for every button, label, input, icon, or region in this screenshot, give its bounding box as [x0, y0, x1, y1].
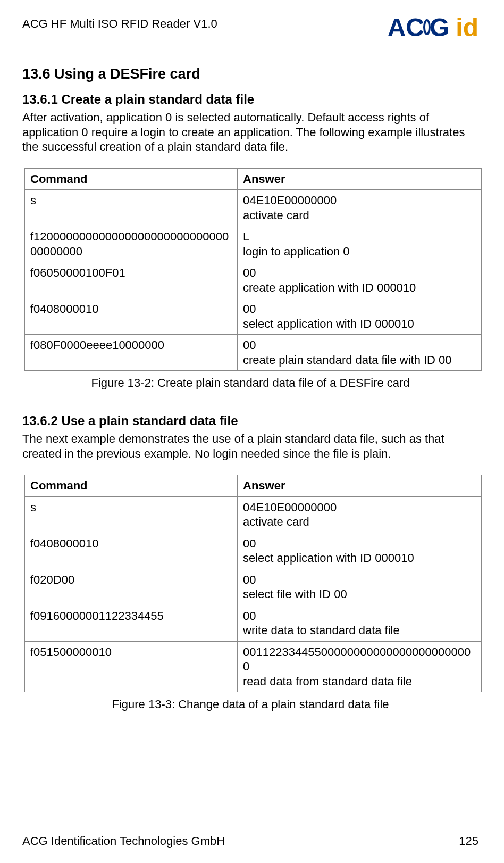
cell-command: s [25, 496, 238, 533]
cell-answer: 00create application with ID 000010 [238, 262, 482, 298]
cell-command: f0408000010 [25, 298, 238, 335]
subsection-2-paragraph: The next example demonstrates the use of… [22, 432, 478, 461]
cell-answer: 00write data to standard data file [238, 605, 482, 641]
table-row: f040800001000select application with ID … [25, 533, 482, 569]
logo-text-acg: ACG [388, 15, 450, 40]
footer-company: ACG Identification Technologies GmbH [22, 834, 225, 848]
cell-command: f020D00 [25, 569, 238, 605]
table-header-command: Command [25, 475, 238, 497]
cell-command: s [25, 190, 238, 226]
cell-answer: 00create plain standard data file with I… [238, 335, 482, 371]
footer-page-number: 125 [459, 834, 478, 848]
subsection-1-heading: 13.6.1 Create a plain standard data file [22, 92, 478, 107]
table-header-row: Command Answer [25, 168, 482, 190]
cell-command: f080F0000eeee10000000 [25, 335, 238, 371]
table-row: f020D0000select file with ID 00 [25, 569, 482, 605]
figure-caption-1: Figure 13-2: Create plain standard data … [22, 376, 478, 390]
cell-answer: Llogin to application 0 [238, 226, 482, 262]
table-row: s04E10E00000000activate card [25, 496, 482, 533]
table-use-file: Command Answer s04E10E00000000activate c… [24, 475, 482, 692]
table-header-row: Command Answer [25, 475, 482, 497]
table-row: f040800001000select application with ID … [25, 298, 482, 335]
cell-command: f051500000010 [25, 641, 238, 692]
table-row: f06050000100F0100create application with… [25, 262, 482, 298]
document-title: ACG HF Multi ISO RFID Reader V1.0 [22, 15, 217, 31]
cell-answer: 00select application with ID 000010 [238, 298, 482, 335]
section-heading: 13.6 Using a DESFire card [22, 66, 478, 82]
cell-answer: 00select application with ID 000010 [238, 533, 482, 569]
cell-answer: 04E10E00000000activate card [238, 496, 482, 533]
table-header-answer: Answer [238, 475, 482, 497]
logo-text-id: id [456, 15, 478, 40]
table-header-answer: Answer [238, 168, 482, 190]
table-header-command: Command [25, 168, 238, 190]
cell-command: f06050000100F01 [25, 262, 238, 298]
logo-oval-icon [423, 19, 431, 35]
logo: ACG id [388, 15, 478, 40]
page-header: ACG HF Multi ISO RFID Reader V1.0 ACG id [22, 15, 478, 40]
subsection-2-heading: 13.6.2 Use a plain standard data file [22, 413, 478, 428]
table-row: f0916000000112233445500write data to sta… [25, 605, 482, 641]
cell-command: f12000000000000000000000000000000000000 [25, 226, 238, 262]
table-create-file: Command Answer s04E10E00000000activate c… [24, 168, 482, 371]
table-row: f080F0000eeee1000000000create plain stan… [25, 335, 482, 371]
page-footer: ACG Identification Technologies GmbH 125 [22, 834, 478, 848]
table-row: f051500000010001122334455000000000000000… [25, 641, 482, 692]
cell-answer: 00select file with ID 00 [238, 569, 482, 605]
table-row: f12000000000000000000000000000000000000L… [25, 226, 482, 262]
figure-caption-2: Figure 13-3: Change data of a plain stan… [22, 698, 478, 711]
table-row: s04E10E00000000activate card [25, 190, 482, 226]
subsection-1-paragraph: After activation, application 0 is selec… [22, 110, 478, 154]
cell-command: f0408000010 [25, 533, 238, 569]
cell-command: f09160000001122334455 [25, 605, 238, 641]
cell-answer: 001122334455000000000000000000000000read… [238, 641, 482, 692]
cell-answer: 04E10E00000000activate card [238, 190, 482, 226]
